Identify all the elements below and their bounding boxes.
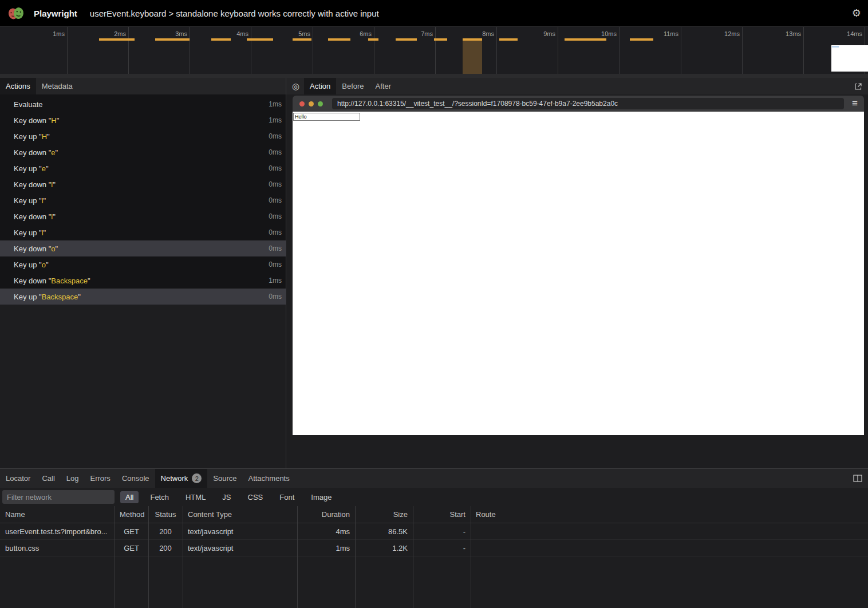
timeline-tick-label: 4ms (216, 30, 248, 37)
timeline-action-bar[interactable] (293, 38, 311, 41)
action-row[interactable]: Key up "l"0ms (0, 192, 286, 208)
tab-action[interactable]: Action (304, 78, 336, 94)
action-row[interactable]: Key up "H"0ms (0, 128, 286, 144)
column-header: Content Type (183, 510, 297, 519)
tab-source[interactable]: Source (207, 469, 242, 488)
snapshot-text-input[interactable] (293, 113, 360, 121)
action-row[interactable]: Key down "l"0ms (0, 208, 286, 224)
action-row[interactable]: Key up "Backspace"0ms (0, 289, 286, 305)
timeline-gridline (128, 27, 129, 74)
tab-attachments[interactable]: Attachments (242, 469, 295, 488)
action-row[interactable]: Key up "e"0ms (0, 160, 286, 176)
timeline-action-bar[interactable] (499, 38, 518, 41)
network-count-badge: 2 (192, 473, 202, 483)
filter-chip-fetch[interactable]: Fetch (145, 491, 174, 503)
tab-console[interactable]: Console (116, 469, 155, 488)
network-filter-row: AllFetchHTMLJSCSSFontImage (0, 488, 868, 506)
action-title: Key down "l" (0, 180, 269, 189)
action-row[interactable]: Key down "l"0ms (0, 176, 286, 192)
tab-log[interactable]: Log (61, 469, 85, 488)
snapshot-tabs: ActionBeforeAfter (304, 78, 397, 94)
action-title: Key up "l" (0, 228, 269, 237)
tab-before[interactable]: Before (336, 78, 369, 94)
action-duration: 0ms (269, 293, 286, 301)
external-link-icon[interactable] (849, 78, 868, 94)
timeline-tick-label: 14ms (830, 30, 862, 37)
action-duration: 1ms (269, 100, 286, 108)
filter-chip-all[interactable]: All (120, 491, 139, 503)
action-key-value: l (42, 228, 44, 237)
tab-locator[interactable]: Locator (0, 469, 36, 488)
filter-chip-js[interactable]: JS (217, 491, 236, 503)
playwright-logo-icon (7, 6, 25, 21)
browser-chrome: http://127.0.0.1:63315/__vitest_test__/?… (293, 96, 864, 112)
action-key-value: o (42, 260, 46, 269)
action-row[interactable]: Key down "o"0ms (0, 240, 286, 256)
timeline-tick-label: 11ms (646, 30, 678, 37)
timeline-tick-label: 13ms (769, 30, 801, 37)
action-duration: 0ms (269, 164, 286, 172)
timeline-action-bar[interactable] (211, 38, 231, 41)
timeline-action-bar[interactable] (328, 38, 350, 41)
action-title: Key up "l" (0, 196, 269, 205)
filter-chip-font[interactable]: Font (274, 491, 299, 503)
column-header: Route (471, 510, 868, 519)
timeline-action-bar[interactable] (155, 38, 190, 41)
snapshot-page (293, 112, 864, 435)
filter-network-input[interactable] (2, 490, 115, 504)
timeline-action-bar[interactable] (247, 38, 273, 41)
gear-icon[interactable]: ⚙ (852, 7, 861, 19)
action-title: Key up "o" (0, 260, 269, 269)
timeline-action-bar[interactable] (99, 38, 135, 41)
maximize-dot-icon (318, 101, 323, 106)
table-cell: GET (115, 544, 148, 552)
column-separator (115, 506, 115, 608)
timeline-tick-label: 7ms (401, 30, 433, 37)
action-row[interactable]: Key up "o"0ms (0, 256, 286, 273)
details-tabs: LocatorCallLogErrorsConsoleNetwork2Sourc… (0, 469, 295, 488)
timeline-selected-region[interactable] (463, 38, 482, 74)
tab-metadata[interactable]: Metadata (36, 78, 78, 94)
timeline-scroll-band[interactable] (0, 74, 868, 78)
timeline-gridline (67, 27, 68, 74)
timeline[interactable]: 1ms2ms3ms4ms5ms6ms7ms8ms9ms10ms11ms12ms1… (0, 26, 868, 78)
close-dot-icon (299, 101, 305, 106)
action-row[interactable]: Key down "e"0ms (0, 144, 286, 160)
address-bar: http://127.0.0.1:63315/__vitest_test__/?… (332, 98, 844, 109)
network-table-row[interactable]: userEvent.test.ts?import&bro...GET200tex… (0, 523, 868, 540)
traffic-light-dots (299, 101, 323, 106)
tab-after[interactable]: After (370, 78, 397, 94)
timeline-action-bar[interactable] (565, 38, 606, 41)
tab-errors[interactable]: Errors (84, 469, 116, 488)
table-cell: userEvent.test.ts?import&bro... (0, 527, 115, 536)
timeline-gridline (374, 27, 374, 74)
action-key-value: Backspace (42, 293, 78, 301)
timeline-action-bar[interactable] (368, 38, 378, 41)
filter-chip-html[interactable]: HTML (180, 491, 211, 503)
timeline-action-bar[interactable] (630, 38, 653, 41)
timeline-gridline (435, 27, 436, 74)
timeline-action-bar[interactable] (396, 38, 417, 41)
action-row[interactable]: Evaluate1ms (0, 96, 286, 112)
column-separator (355, 506, 356, 608)
action-row[interactable]: Key up "l"0ms (0, 224, 286, 240)
column-separator (413, 506, 413, 608)
target-icon[interactable]: ◎ (286, 78, 304, 94)
action-row[interactable]: Key down "H"1ms (0, 112, 286, 128)
column-header: Duration (297, 510, 355, 519)
tab-network[interactable]: Network2 (155, 469, 208, 488)
tab-actions[interactable]: Actions (0, 78, 36, 94)
action-title: Key down "o" (0, 244, 269, 253)
action-duration: 1ms (269, 116, 286, 124)
tab-call[interactable]: Call (36, 469, 60, 488)
action-row[interactable]: Key down "Backspace"1ms (0, 273, 286, 289)
snapshot-panel: ◎ ActionBeforeAfter (286, 78, 868, 468)
timeline-track[interactable]: 1ms2ms3ms4ms5ms6ms7ms8ms9ms10ms11ms12ms1… (0, 27, 868, 74)
timeline-action-bar[interactable] (434, 38, 447, 41)
filter-chip-css[interactable]: CSS (243, 491, 269, 503)
network-table-row[interactable]: button.cssGET200text/javascript1ms1.2K- (0, 540, 868, 556)
timeline-gridline (742, 27, 743, 74)
split-view-icon[interactable] (847, 469, 868, 488)
filter-chip-image[interactable]: Image (306, 491, 337, 503)
action-duration: 0ms (269, 212, 286, 220)
